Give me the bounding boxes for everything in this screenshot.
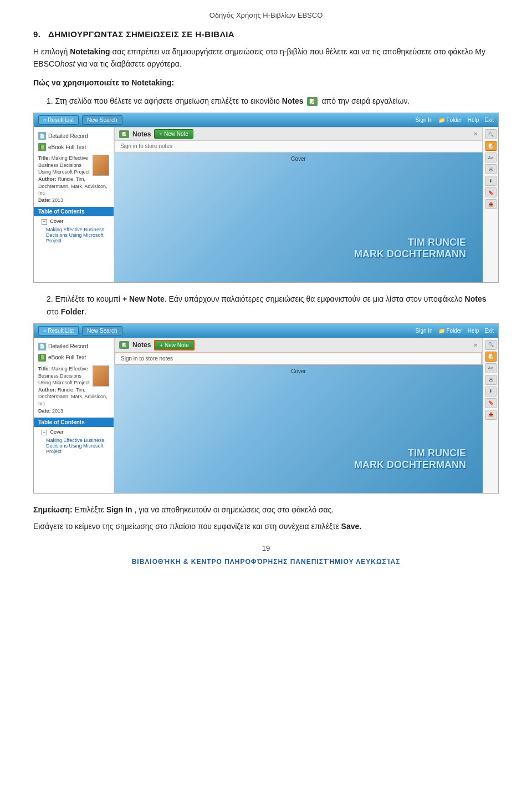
sidebar-detailed-record-1[interactable]: 📄 Detailed Record	[34, 130, 114, 141]
notes-popup-header-2: 📝 Notes + New Note ✕	[115, 338, 482, 353]
section-number: 9.	[33, 29, 41, 39]
folder-icon-1[interactable]: 📁 Folder	[438, 117, 462, 123]
notes-icon-btn-1[interactable]: 📝	[485, 141, 497, 151]
new-note-button-2[interactable]: + New Note	[154, 340, 195, 350]
sidebar-detailed-record-2[interactable]: 📄 Detailed Record	[34, 341, 114, 352]
search-icon-btn-1[interactable]: 🔍	[485, 129, 497, 139]
right-icons-1: 🔍 📝 Aa 🖨 ⬇ 🔖 📤	[483, 127, 498, 282]
toc-book-link-2[interactable]: Making Effective Business Decisions Usin…	[46, 438, 104, 454]
book-icon-2: 📗	[38, 354, 46, 362]
cover-label-1: Cover	[291, 156, 306, 162]
main-content-1: 📝 Notes + New Note ✕ Sign in to store no…	[114, 127, 483, 282]
header-title: Οδηγός Χρήσης Η-Βιβλίων EBSCO	[209, 11, 323, 19]
book-thumbnail-1	[93, 155, 109, 176]
sign-in-bar-2: Sign in to store notes	[115, 353, 482, 364]
close-notes-2[interactable]: ✕	[473, 342, 478, 348]
close-notes-1[interactable]: ✕	[473, 131, 478, 137]
toc-item-cover-2[interactable]: − Cover	[34, 428, 114, 436]
font-icon-btn-2[interactable]: Aa	[485, 363, 497, 373]
meta-section-2: Title: Making Effective Business Decisio…	[34, 363, 114, 416]
step-2-number: 2.	[47, 294, 53, 303]
exit-link-1[interactable]: Exit	[484, 117, 494, 123]
browser-toolbar-2: « Result List New Search Sign In 📁 Folde…	[34, 324, 498, 338]
print-icon-btn-1[interactable]: 🖨	[485, 164, 497, 174]
search-icon-btn-2[interactable]: 🔍	[485, 340, 497, 350]
new-search-btn-1[interactable]: New Search	[82, 115, 122, 125]
folder-icon-2[interactable]: 📁 Folder	[438, 328, 462, 334]
step-2: 2. Επιλέξτε το κουμπί + New Note. Εάν υπ…	[33, 293, 499, 494]
notes-icon-inline: 📝	[307, 97, 318, 106]
cover-label-2: Cover	[291, 368, 306, 374]
notes-popup-1: 📝 Notes + New Note ✕ Sign in to store no…	[114, 127, 483, 152]
browser-toolbar-1: « Result List New Search Sign In 📁 Folde…	[34, 113, 498, 127]
bookmark-icon-btn-1[interactable]: 🔖	[485, 187, 497, 197]
step-1-number: 1.	[47, 96, 53, 105]
download-icon-btn-1[interactable]: ⬇	[485, 176, 497, 186]
cover-area-2: Cover TIM RUNCIE MARK DOCHTERMANN	[114, 365, 483, 493]
sidebar-ebook-1[interactable]: 📗 eBook Full Text	[34, 141, 114, 152]
new-search-btn-2[interactable]: New Search	[82, 326, 122, 336]
toc-item-book-2[interactable]: Making Effective Business Decisions Usin…	[34, 436, 114, 455]
expand-icon-2[interactable]: −	[42, 430, 47, 435]
step-1-text: 1. Στη σελίδα που θέλετε να αφήσετε σημε…	[47, 95, 499, 107]
page-header: Οδηγός Χρήσης Η-Βιβλίων EBSCO	[33, 11, 499, 19]
toc-header-2: Table of Contents	[34, 418, 114, 427]
step-2-text: 2. Επιλέξτε το κουμπί + New Note. Εάν υπ…	[47, 293, 499, 318]
share-icon-btn-2[interactable]: 📤	[485, 410, 497, 420]
browser-screenshot-1: « Result List New Search Sign In 📁 Folde…	[33, 113, 499, 283]
right-icons-2: 🔍 📝 Aa 🖨 ⬇ 🔖 📤	[483, 338, 498, 493]
sign-in-link-2[interactable]: Sign In	[415, 328, 432, 334]
toc-item-cover-1[interactable]: − Cover	[34, 217, 114, 226]
footer-note-label: Σημείωση:	[33, 505, 73, 514]
book-icon-1: 📗	[38, 143, 46, 151]
notes-popup-header-1: 📝 Notes + New Note ✕	[115, 128, 482, 141]
help-link-1[interactable]: Help	[468, 117, 479, 123]
notes-icon-btn-2[interactable]: 📝	[485, 352, 497, 362]
cover-author-2: TIM RUNCIE MARK DOCHTERMANN	[354, 448, 466, 471]
sidebar-1: 📄 Detailed Record 📗 eBook Full Text Titl…	[34, 127, 114, 282]
cover-author-1: TIM RUNCIE MARK DOCHTERMANN	[354, 237, 466, 260]
page-number: 19	[33, 544, 499, 552]
new-note-button-1[interactable]: + New Note	[154, 129, 193, 139]
how-to-heading: Πώς να χρησιμοποιείτε το Notetaking:	[33, 78, 499, 87]
toc-header-1: Table of Contents	[34, 207, 114, 216]
browser-body-2: 📄 Detailed Record 📗 eBook Full Text Titl…	[34, 338, 498, 493]
footer-note: Σημείωση: Επιλέξτε Sign In , για να αποθ…	[33, 504, 499, 516]
share-icon-btn-1[interactable]: 📤	[485, 199, 497, 209]
footer-instruction: Εισάγετε το κείμενο της σημείωσης στο πλ…	[33, 520, 499, 532]
toolbar-right-2: Sign In 📁 Folder Help Exit	[415, 328, 494, 334]
font-icon-btn-1[interactable]: Aa	[485, 152, 497, 162]
meta-section-1: Title: Making Effective Business Decisio…	[34, 152, 114, 206]
notes-title-2: Notes	[132, 341, 151, 349]
notes-title-1: Notes	[132, 130, 151, 138]
doc-icon-2: 📄	[38, 343, 46, 350]
footer-institution: Βιβλιοθήκη & Κεντρο Πληροφόρησης Πανεπισ…	[33, 558, 499, 566]
sidebar-ebook-2[interactable]: 📗 eBook Full Text	[34, 352, 114, 363]
toc-item-book-1[interactable]: Making Effective Business Decisions Usin…	[34, 226, 114, 245]
bookmark-icon-btn-2[interactable]: 🔖	[485, 398, 497, 408]
main-content-2: 📝 Notes + New Note ✕ Sign in to store no…	[114, 338, 483, 493]
book-thumbnail-2	[93, 365, 109, 387]
print-icon-btn-2[interactable]: 🖨	[485, 375, 497, 385]
browser-body-1: 📄 Detailed Record 📗 eBook Full Text Titl…	[34, 127, 498, 282]
cover-area-1: Cover TIM RUNCIE MARK DOCHTERMANN	[114, 152, 483, 282]
result-list-btn-1[interactable]: « Result List	[38, 115, 79, 125]
browser-screenshot-2: « Result List New Search Sign In 📁 Folde…	[33, 323, 499, 494]
sign-in-link-1[interactable]: Sign In	[415, 117, 432, 123]
sidebar-2: 📄 Detailed Record 📗 eBook Full Text Titl…	[34, 338, 114, 493]
help-link-2[interactable]: Help	[468, 328, 479, 334]
exit-link-2[interactable]: Exit	[484, 328, 494, 334]
result-list-btn-2[interactable]: « Result List	[38, 326, 79, 336]
toc-book-link-1[interactable]: Making Effective Business Decisions Usin…	[46, 227, 104, 243]
download-icon-btn-2[interactable]: ⬇	[485, 387, 497, 396]
notes-header-icon-1: 📝	[119, 130, 129, 138]
expand-icon-1[interactable]: −	[42, 219, 47, 225]
sign-in-bar-1: Sign in to store notes	[115, 141, 482, 152]
step-1: 1. Στη σελίδα που θέλετε να αφήσετε σημε…	[33, 95, 499, 283]
notes-header-icon-2: 📝	[119, 341, 129, 349]
toolbar-right-1: Sign In 📁 Folder Help Exit	[415, 117, 494, 123]
intro-paragraph: Η επιλογή Notetaking σας επιτρέπει να δη…	[33, 45, 499, 70]
section-title: 9. ΔΗΜΙΟΥΡΓΩΝΤΑΣ ΣΗΜΕΙΩΣΕΙΣ ΣΕ Η-ΒΙΒΛΙΑ	[33, 29, 499, 39]
section-heading: ΔΗΜΙΟΥΡΓΩΝΤΑΣ ΣΗΜΕΙΩΣΕΙΣ ΣΕ Η-ΒΙΒΛΙΑ	[48, 29, 234, 39]
doc-icon-1: 📄	[38, 132, 46, 140]
